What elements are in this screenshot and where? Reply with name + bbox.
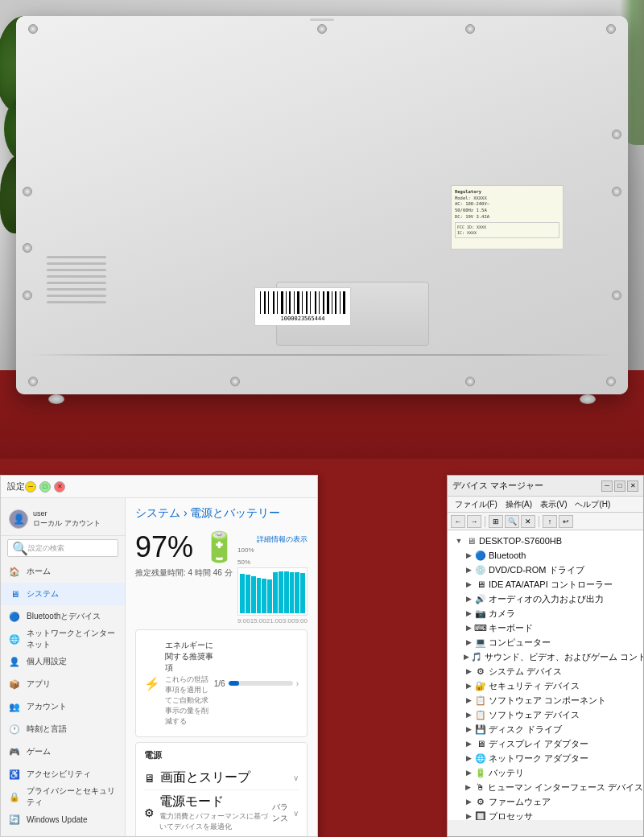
tree-item-computer[interactable]: ▶ 💻 コンピューター <box>448 635 643 649</box>
bluetooth-device-icon: 🔵 <box>475 550 486 561</box>
keyboard-expand-icon: ▶ <box>464 623 473 633</box>
disk-expand-icon: ▶ <box>464 724 473 734</box>
tree-item-sw-device[interactable]: ▶ 📋 ソフトウェア デバイス <box>448 707 643 722</box>
devmgr-minimize[interactable]: ─ <box>601 480 613 492</box>
sound-icon: 🎵 <box>471 651 482 662</box>
display-icon: 🖥 <box>475 738 486 749</box>
processor-icon: 🔲 <box>475 810 486 820</box>
tree-item-disk[interactable]: ▶ 💾 ディスク ドライブ <box>448 722 643 736</box>
tree-item-sw-component[interactable]: ▶ 📋 ソフトウェア コンポーネント <box>448 693 643 707</box>
tree-item-bluetooth[interactable]: ▶ 🔵 Bluetooth <box>448 548 643 563</box>
menu-help[interactable]: ヘルプ(H) <box>571 499 614 510</box>
tree-item-audio[interactable]: ▶ 🔊 オーディオの入力および出力 <box>448 592 643 606</box>
system-label: システム デバイス <box>489 666 562 678</box>
tree-item-camera[interactable]: ▶ 📷 カメラ <box>448 606 643 621</box>
tree-item-firmware[interactable]: ▶ ⚙ ファームウェア <box>448 794 643 809</box>
root-expand-icon: ▼ <box>454 536 464 546</box>
power-mode-row[interactable]: ⚙ 電源モード 電力消費とパフォーマンスに基づいてデバイスを最適化 バランス ∨ <box>144 790 299 835</box>
tree-item-sound[interactable]: ▶ 🎵 サウンド、ビデオ、およびゲーム コントローラー <box>448 649 643 664</box>
minimize-button[interactable]: ─ <box>25 481 36 493</box>
tree-item-network[interactable]: ▶ 🌐 ネットワーク アダプター <box>448 751 643 765</box>
ide-icon: 🖥 <box>475 579 486 590</box>
privacy-icon: 🔒 <box>9 791 20 802</box>
devmgr-close[interactable]: ✕ <box>627 480 638 492</box>
breadcrumb-system[interactable]: システム <box>135 506 180 519</box>
audio-icon: 🔊 <box>475 593 486 604</box>
firmware-icon: ⚙ <box>475 796 486 807</box>
screen-sleep-row[interactable]: 🖥 画面とスリープ ∨ <box>144 766 299 790</box>
maximize-button[interactable]: □ <box>39 481 51 493</box>
breadcrumb-page: 電源とバッテリー <box>190 506 280 519</box>
tree-item-keyboard[interactable]: ▶ ⌨ キーボード <box>448 621 643 635</box>
tree-root[interactable]: ▼ 🖥 DESKTOP-S7600HB <box>448 534 643 548</box>
tree-item-ide[interactable]: ▶ 🖥 IDE ATA/ATAPI コントローラー <box>448 577 643 592</box>
menu-action[interactable]: 操作(A) <box>502 499 536 510</box>
tree-item-processor[interactable]: ▶ 🔲 プロセッサ <box>448 809 643 820</box>
search-placeholder: 設定の検索 <box>28 543 114 554</box>
toolbar-rollback[interactable]: ↩ <box>559 515 573 528</box>
battery2-label: バッテリ <box>489 767 524 779</box>
sidebar-item-accessibility[interactable]: ♿ アクセシビリティ <box>1 763 125 785</box>
sidebar-item-privacy[interactable]: 🔒 プライバシーとセキュリティ <box>1 785 125 808</box>
power-mode-value: バランス <box>272 802 290 824</box>
tree-item-hid[interactable]: ▶ 🖱 ヒューマン インターフェース デバイス <box>448 780 643 794</box>
user-sub: ローカル アカウント <box>33 519 101 529</box>
games-icon: 🎮 <box>9 746 20 757</box>
menu-view[interactable]: 表示(V) <box>536 499 571 510</box>
toolbar-back[interactable]: ← <box>451 515 465 528</box>
sidebar-item-network[interactable]: 🌐 ネットワークとインターネット <box>1 628 125 650</box>
battery-icon-large: 🔋 <box>201 530 237 564</box>
menu-file[interactable]: ファイル(F) <box>451 499 502 510</box>
devmgr-menubar: ファイル(F) 操作(A) 表示(V) ヘルプ(H) <box>448 497 643 513</box>
tree-item-security[interactable]: ▶ 🔐 セキュリティ デバイス <box>448 678 643 693</box>
sidebar-item-apps[interactable]: 📦 アプリ <box>1 673 125 695</box>
energy-section: ⚡ エネルギーに関する推奨事項 これらの世話事項を適用してご自動化求事示の量を削… <box>135 629 308 737</box>
sidebar-item-time[interactable]: 🕐 時刻と言語 <box>1 718 125 740</box>
tree-item-dvd[interactable]: ▶ 💿 DVD/CD-ROM ドライブ <box>448 563 643 577</box>
display-expand-icon: ▶ <box>464 739 473 748</box>
close-button[interactable]: ✕ <box>54 481 65 493</box>
screen-sleep-label: 画面とスリープ <box>160 769 250 786</box>
sidebar-item-system[interactable]: 🖥 システム <box>1 583 125 605</box>
time-icon: 🕐 <box>9 724 20 735</box>
tree-item-display[interactable]: ▶ 🖥 ディスプレイ アダプター <box>448 736 643 751</box>
sidebar-item-bluetooth[interactable]: 🔵 Bluetoothとデバイス <box>1 605 125 628</box>
battery-expand-icon: ▶ <box>464 768 473 777</box>
estimated-time: 推定残量時間: 4 時間 46 分 <box>135 567 237 579</box>
energy-row: ⚡ エネルギーに関する推奨事項 これらの世話事項を適用してご自動化求事示の量を削… <box>144 637 299 730</box>
sidebar-item-games[interactable]: 🎮 ゲーム <box>1 740 125 763</box>
sidebar-item-home[interactable]: 🏠 ホーム <box>1 560 125 583</box>
hid-label: ヒューマン インターフェース デバイス <box>488 781 643 794</box>
tree-item-battery[interactable]: ▶ 🔋 バッテリ <box>448 765 643 780</box>
processor-label: プロセッサ <box>489 810 533 821</box>
sidebar-item-update[interactable]: 🔄 Windows Update <box>1 808 125 831</box>
power-section-title: 電源 <box>144 749 299 761</box>
toolbar-scan[interactable]: 🔍 <box>505 515 519 528</box>
user-name: user <box>33 509 101 519</box>
network2-icon: 🌐 <box>475 752 486 764</box>
toolbar-forward[interactable]: → <box>467 515 481 528</box>
sound-expand-icon: ▶ <box>464 652 469 662</box>
power-mode-chevron: ∨ <box>293 809 299 818</box>
graph-y-100: 100% <box>237 546 254 554</box>
toolbar-properties[interactable]: ⊞ <box>489 515 503 528</box>
devmgr-maximize[interactable]: □ <box>614 480 625 492</box>
search-box[interactable]: 🔍 設定の検索 <box>7 539 118 557</box>
sidebar-item-accounts[interactable]: 👥 アカウント <box>1 695 125 718</box>
laptop-photo: 1000023565444 Regulatory Model: XXXXX AC… <box>0 0 644 459</box>
devmgr-titlebar: デバイス マネージャー ─ □ ✕ <box>448 476 643 497</box>
keyboard-label: キーボード <box>489 622 533 634</box>
energy-progress: 1/6 <box>214 679 225 688</box>
display-label: ディスプレイ アダプター <box>489 738 588 750</box>
sw-device-label: ソフトウェア デバイス <box>489 709 580 721</box>
tree-item-system[interactable]: ▶ ⚙ システム デバイス <box>448 664 643 678</box>
power-mode-sub: 電力消費とパフォーマンスに基づいてデバイスを最適化 <box>159 811 272 832</box>
system-icon: 🖥 <box>9 588 20 600</box>
energy-sub: これらの世話事項を適用してご自動化求事示の量を削減する <box>165 674 214 727</box>
toolbar-uninstall[interactable]: ✕ <box>521 515 535 528</box>
graph-axis: 9:0015:0021:003:009:00 <box>237 617 308 625</box>
toolbar-update[interactable]: ↑ <box>543 515 557 528</box>
root-label: DESKTOP-S7600HB <box>479 536 562 546</box>
sidebar-item-personal[interactable]: 👤 個人用設定 <box>1 650 125 673</box>
detail-link[interactable]: 詳細情報の表示 <box>257 535 308 543</box>
